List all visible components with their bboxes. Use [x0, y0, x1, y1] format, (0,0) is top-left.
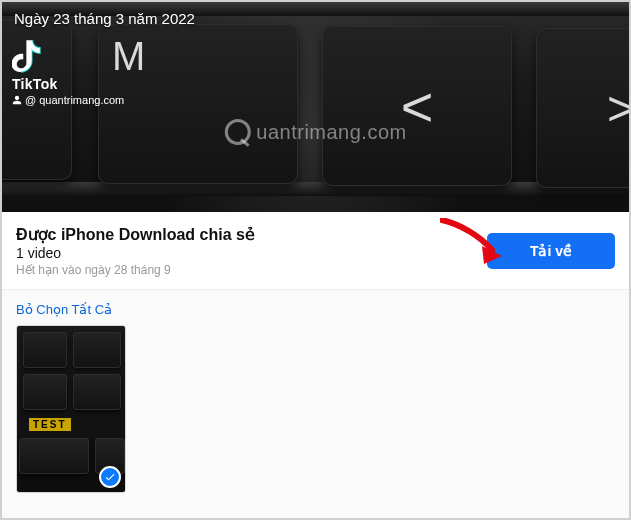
q-logo-icon	[224, 119, 250, 145]
video-count: 1 video	[16, 245, 487, 261]
tiktok-brand-label: TikTok	[12, 76, 124, 92]
share-info-bar: Được iPhone Download chia sẻ 1 video Hết…	[2, 212, 629, 290]
keyboard-key-less: <	[322, 26, 512, 186]
tiktok-handle: @ quantrimang.com	[12, 94, 124, 106]
video-date-overlay: Ngày 23 tháng 3 năm 2022	[14, 10, 195, 27]
video-thumbnail[interactable]: TEST	[16, 325, 126, 493]
selected-check-icon	[99, 466, 121, 488]
video-preview[interactable]: M < > Ngày 23 tháng 3 năm 2022 TikTok @ …	[2, 2, 629, 212]
tiktok-icon	[12, 40, 42, 74]
content-area: Bỏ Chọn Tất Cả TEST	[2, 290, 629, 503]
share-title: Được iPhone Download chia sẻ	[16, 225, 487, 244]
keyboard-key-m: M	[98, 24, 298, 184]
thumbnail-tag: TEST	[29, 418, 71, 431]
deselect-all-link[interactable]: Bỏ Chọn Tất Cả	[16, 302, 112, 317]
user-icon	[12, 95, 22, 105]
tiktok-attribution: TikTok @ quantrimang.com	[12, 40, 124, 106]
watermark: uantrimang.com	[224, 119, 406, 145]
expiry-label: Hết hạn vào ngày 28 tháng 9	[16, 263, 487, 277]
keyboard-key-greater: >	[536, 28, 629, 188]
download-button[interactable]: Tải về	[487, 233, 615, 269]
